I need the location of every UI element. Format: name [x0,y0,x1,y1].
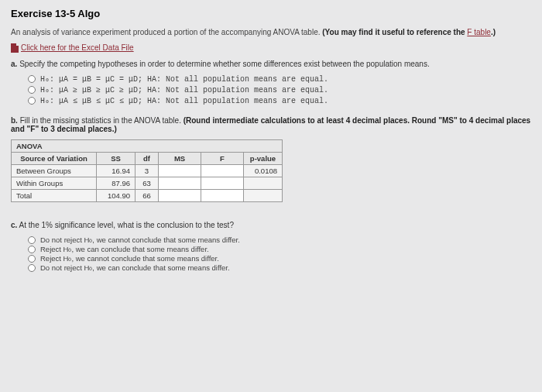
part-c-label: c. [11,221,17,229]
conc-option-1[interactable]: Do not reject H₀, we cannot conclude tha… [28,236,531,244]
row-df: 63 [136,177,159,190]
hdr-df: df [136,153,159,165]
row-p [244,177,283,190]
part-b-text: Fill in the missing statistics in the AN… [20,116,181,125]
f-input[interactable] [201,165,244,177]
row-p: 0.0108 [244,165,283,177]
hdr-f: F [201,153,244,165]
hyp-option-2[interactable]: H₀: μA ≥ μB ≥ μC ≥ μD; HA: Not all popul… [28,85,531,95]
hyp-text-2: H₀: μA ≥ μB ≥ μC ≥ μD; HA: Not all popul… [40,85,328,95]
conclusion-options: Do not reject H₀, we cannot conclude tha… [28,236,531,272]
conc-option-2[interactable]: Reject H₀, we can conclude that some mea… [28,245,531,253]
hdr-ss: SS [97,153,136,165]
part-b-prompt: b. Fill in the missing statistics in the… [11,116,531,133]
part-a-prompt: a. Specify the competing hypotheses in o… [11,60,531,68]
conc-text-3: Reject H₀, we cannot conclude that some … [40,254,219,263]
part-c-text: At the 1% significance level, what is th… [19,221,234,229]
hyp-text-3: H₀: μA ≤ μB ≤ μC ≤ μD; HA: Not all popul… [40,96,328,105]
excel-file-link[interactable]: Click here for the Excel Data File [21,43,134,52]
anova-table-wrap: ANOVA Source of Variation SS df MS F p-v… [11,139,531,202]
ms-input[interactable] [159,165,201,177]
anova-table: ANOVA Source of Variation SS df MS F p-v… [11,139,283,202]
f-table-link[interactable]: F table [467,28,491,36]
hyp-option-1[interactable]: H₀: μA = μB = μC = μD; HA: Not all popul… [28,74,531,84]
intro-bold: (You may find it useful to reference the [322,28,467,36]
row-label: Within Groups [12,177,97,190]
row-ss: 87.96 [97,177,136,190]
conc-text-1: Do not reject H₀, we cannot conclude tha… [40,236,240,244]
intro-text: An analysis of variance experiment produ… [11,27,531,37]
conc-radio-1[interactable] [28,236,36,244]
row-df: 66 [136,190,159,202]
hdr-pvalue: p-value [244,153,283,165]
ms-cell [159,190,201,202]
hyp-radio-3[interactable] [28,97,36,105]
hdr-source: Source of Variation [12,153,97,165]
row-df: 3 [136,165,159,177]
ms-input[interactable] [159,177,201,190]
f-cell [201,177,244,190]
part-b-label: b. [11,116,18,125]
conc-text-2: Reject H₀, we can conclude that some mea… [40,245,209,253]
hyp-radio-2[interactable] [28,86,36,94]
hyp-option-3[interactable]: H₀: μA ≤ μB ≤ μC ≤ μD; HA: Not all popul… [28,96,531,105]
row-label: Total [12,190,97,202]
part-c-prompt: c. At the 1% significance level, what is… [11,221,531,229]
row-ss: 104.90 [97,190,136,202]
hypothesis-options: H₀: μA = μB = μC = μD; HA: Not all popul… [28,74,531,105]
conc-text-4: Do not reject H₀, we can conclude that s… [40,263,230,272]
f-cell [201,190,244,202]
conc-radio-3[interactable] [28,255,36,263]
conc-radio-4[interactable] [28,264,36,272]
table-row: Between Groups 16.94 3 0.0108 [12,165,283,177]
table-row: Total 104.90 66 [12,190,283,202]
row-p [244,190,283,202]
intro-bold2: .) [491,28,496,36]
part-a-label: a. [11,60,17,68]
conc-option-3[interactable]: Reject H₀, we cannot conclude that some … [28,254,531,263]
table-row: Within Groups 87.96 63 [12,177,283,190]
part-a-text: Specify the competing hypotheses in orde… [19,60,430,68]
conc-radio-2[interactable] [28,246,36,253]
anova-header-row: Source of Variation SS df MS F p-value [12,153,283,165]
row-label: Between Groups [12,165,97,177]
hdr-ms: MS [159,153,201,165]
hyp-radio-1[interactable] [28,75,36,83]
exercise-title: Exercise 13-5 Algo [11,8,531,19]
row-ss: 16.94 [97,165,136,177]
file-link-row: Click here for the Excel Data File [11,43,531,60]
hyp-text-1: H₀: μA = μB = μC = μD; HA: Not all popul… [40,74,328,84]
intro-sentence: An analysis of variance experiment produ… [11,28,321,36]
anova-title-cell: ANOVA [12,140,283,153]
conc-option-4[interactable]: Do not reject H₀, we can conclude that s… [28,263,531,272]
file-icon [11,43,19,53]
